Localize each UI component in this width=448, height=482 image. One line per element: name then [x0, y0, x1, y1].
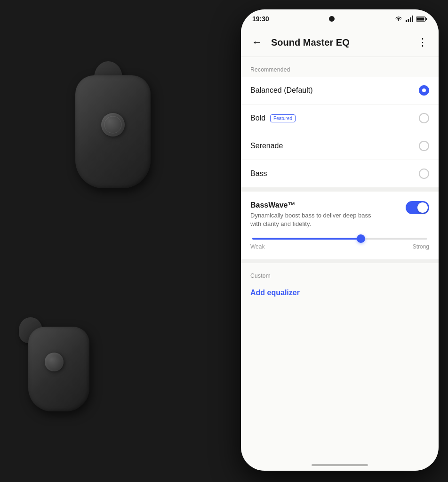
status-icons — [394, 16, 427, 22]
svg-rect-5 — [417, 17, 424, 20]
basswave-section: BassWave™ Dynamically boost bass to deli… — [241, 192, 439, 259]
custom-section: Custom Add equalizer — [241, 263, 439, 310]
eq-option-bass-radio[interactable] — [419, 169, 429, 179]
camera-icon — [329, 16, 335, 22]
app-content: ← Sound Master EQ ⋮ Recommended Balanced… — [241, 28, 439, 459]
home-bar — [312, 464, 368, 466]
eq-option-serenade-name: Serenade — [250, 142, 283, 150]
eq-option-bass[interactable]: Bass — [241, 160, 439, 188]
wifi-icon — [394, 16, 403, 22]
eq-option-bass-content: Bass — [250, 169, 419, 178]
earbuds-decoration — [0, 0, 226, 482]
back-button[interactable]: ← — [250, 36, 264, 49]
eq-option-bold-radio[interactable] — [419, 113, 429, 123]
basswave-text: BassWave™ Dynamically boost bass to deli… — [250, 201, 373, 228]
eq-option-serenade-radio[interactable] — [419, 141, 429, 151]
status-bar: 19:30 — [241, 9, 439, 28]
slider-min-label: Weak — [250, 243, 264, 250]
home-indicator — [241, 459, 439, 471]
eq-option-serenade[interactable]: Serenade — [241, 132, 439, 160]
svg-rect-0 — [406, 20, 407, 22]
svg-rect-6 — [426, 18, 427, 20]
section-divider-2 — [241, 259, 439, 263]
eq-option-balanced[interactable]: Balanced (Default) — [241, 77, 439, 104]
earbud-top — [56, 75, 160, 207]
svg-rect-3 — [412, 16, 414, 22]
signal-icon — [406, 16, 413, 22]
slider-labels: Weak Strong — [250, 243, 429, 250]
featured-badge: Featured — [270, 114, 296, 122]
more-options-icon: ⋮ — [417, 36, 428, 48]
basswave-header: BassWave™ Dynamically boost bass to deli… — [250, 201, 429, 228]
slider-track[interactable] — [252, 238, 427, 240]
recommended-section-label: Recommended — [241, 57, 439, 77]
earbud-bottom — [14, 317, 99, 421]
eq-option-balanced-name: Balanced (Default) — [250, 86, 313, 95]
svg-rect-2 — [410, 17, 411, 22]
eq-option-bold[interactable]: Bold Featured — [241, 104, 439, 132]
basswave-slider-container: Weak Strong — [250, 238, 429, 250]
back-arrow-icon: ← — [252, 37, 262, 48]
slider-thumb[interactable] — [357, 234, 365, 243]
eq-option-balanced-radio[interactable] — [419, 85, 429, 96]
basswave-toggle[interactable] — [406, 201, 429, 214]
eq-option-serenade-content: Serenade — [250, 142, 419, 150]
phone-frame: 19:30 — [241, 9, 439, 471]
status-time: 19:30 — [252, 15, 269, 23]
eq-option-bass-name: Bass — [250, 169, 267, 178]
basswave-title: BassWave™ — [250, 201, 373, 209]
section-divider — [241, 188, 439, 192]
app-header: ← Sound Master EQ ⋮ — [241, 28, 439, 57]
eq-option-bold-name: Bold — [250, 114, 265, 122]
page-title: Sound Master EQ — [271, 37, 408, 48]
battery-icon — [416, 16, 427, 22]
custom-section-label: Custom — [250, 273, 429, 285]
more-options-button[interactable]: ⋮ — [416, 36, 429, 49]
eq-option-bold-content: Bold Featured — [250, 114, 419, 122]
basswave-description: Dynamically boost bass to deliver deep b… — [250, 211, 373, 228]
slider-fill — [252, 238, 361, 240]
toggle-knob — [417, 202, 428, 213]
slider-max-label: Strong — [413, 243, 429, 250]
add-equalizer-button[interactable]: Add equalizer — [250, 285, 300, 301]
scroll-content[interactable]: Recommended Balanced (Default) Bold Feat… — [241, 57, 439, 459]
svg-rect-1 — [408, 19, 409, 22]
eq-option-balanced-content: Balanced (Default) — [250, 86, 419, 95]
